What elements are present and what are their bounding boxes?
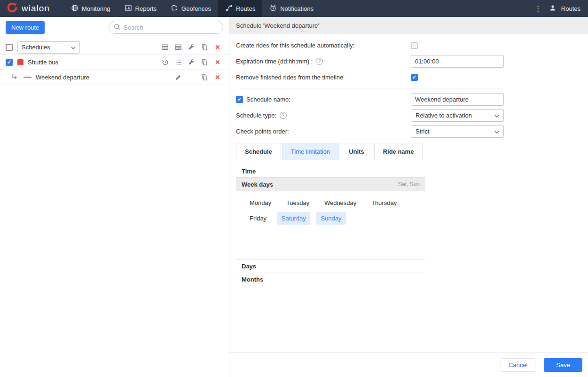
cancel-button[interactable]: Cancel (501, 358, 535, 372)
top-navigation-bar: wialon Monitoring Reports Geofences Rout… (0, 0, 588, 17)
schedule-tabs: Schedule Time limitation Units Ride name (236, 143, 588, 160)
time-section-header: Time (236, 165, 425, 178)
tab-units[interactable]: Units (340, 143, 373, 160)
remove-finished-row: Remove finished rides from the timeline … (236, 69, 504, 85)
week-days-grid: Monday Tuesday Wednesday Thursday Friday… (236, 191, 425, 259)
week-days-row[interactable]: Week days Sat, Sun (236, 178, 425, 191)
table-view-icon[interactable] (172, 44, 185, 51)
delete-icon[interactable]: ✕ (211, 59, 224, 66)
schedules-header-row: ✓ Schedules (0, 40, 229, 55)
user-account-icon[interactable] (549, 4, 557, 13)
day-button-tuesday[interactable]: Tuesday (282, 196, 314, 209)
route-actions: ✕ (158, 59, 224, 66)
schedule-name-label: Schedule name: (246, 96, 290, 103)
save-button[interactable]: Save (544, 358, 582, 372)
schedule-row-weekend-departure: Weekend departure ✕ (0, 70, 229, 85)
schedule-color-swatch (24, 77, 31, 78)
nav-item-geofences[interactable]: Geofences (164, 0, 218, 17)
main-nav: Monitoring Reports Geofences Routes Noti… (64, 0, 321, 17)
tab-time-limitation[interactable]: Time limitation (282, 143, 339, 160)
remove-finished-label: Remove finished rides from the timeline (236, 74, 343, 81)
form-divider (236, 88, 504, 88)
wialon-logo-icon (7, 2, 18, 15)
day-button-sunday[interactable]: Sunday (316, 212, 345, 225)
chevron-down-icon (494, 112, 499, 119)
header-actions: ✕ (158, 44, 224, 51)
search-box (109, 21, 223, 34)
kebab-menu-icon[interactable]: ⋮ (532, 4, 544, 13)
empty-slot (185, 74, 198, 81)
rides-list-icon[interactable] (172, 59, 185, 66)
schedule-editor-panel: Schedule 'Weekend departure' Create ride… (229, 17, 588, 377)
view-mode-dropdown[interactable]: Schedules (17, 41, 80, 54)
help-icon[interactable]: ? (280, 112, 287, 119)
wrench-icon[interactable] (185, 59, 198, 66)
nav-item-reports[interactable]: Reports (118, 0, 164, 17)
day-button-friday[interactable]: Friday (245, 212, 271, 225)
nav-item-routes[interactable]: Routes (218, 0, 262, 17)
checkpoints-order-value: Strict (416, 128, 430, 135)
left-toolbar: New route (0, 17, 229, 38)
auto-create-checkbox[interactable]: ✓ (411, 42, 418, 49)
new-route-button[interactable]: New route (6, 21, 45, 34)
delete-icon[interactable]: ✕ (211, 44, 224, 51)
day-button-saturday[interactable]: Saturday (277, 212, 310, 225)
schedule-name-checkbox[interactable]: ✓ (236, 96, 243, 103)
edit-icon[interactable] (172, 74, 185, 81)
nav-label: Monitoring (82, 5, 110, 12)
remove-finished-checkbox[interactable]: ✓ (411, 74, 418, 81)
history-icon[interactable] (158, 59, 172, 66)
nav-item-notifications[interactable]: Notifications (262, 0, 321, 17)
panel-title: Schedule 'Weekend departure' (229, 17, 588, 34)
day-button-thursday[interactable]: Thursday (367, 196, 401, 209)
week-days-label: Week days (242, 181, 273, 188)
select-all-checkbox[interactable]: ✓ (6, 44, 13, 51)
search-icon (114, 24, 120, 31)
expiration-input[interactable] (411, 55, 504, 68)
topbar-right: ⋮ Routes (532, 0, 588, 17)
route-color-swatch (17, 59, 24, 65)
route-name[interactable]: Shuttle bus (28, 59, 58, 66)
checkpoints-order-row: Check points order: Strict (236, 123, 504, 139)
nav-label: Reports (135, 5, 157, 12)
nav-item-monitoring[interactable]: Monitoring (64, 0, 118, 17)
user-account-name[interactable]: Routes (561, 5, 580, 12)
nav-label: Notifications (280, 5, 314, 12)
monitoring-globe-icon (71, 4, 78, 13)
reports-chart-icon (125, 4, 132, 13)
schedule-name-input[interactable] (411, 93, 504, 106)
copy-icon[interactable] (198, 44, 211, 51)
schedule-type-value: Relative to activation (416, 112, 472, 119)
wrench-icon[interactable] (185, 44, 198, 51)
search-input[interactable] (124, 24, 218, 31)
chevron-down-icon (494, 128, 499, 135)
empty-slot (158, 74, 172, 81)
delete-icon[interactable]: ✕ (211, 74, 224, 81)
routes-list-panel: New route ✓ Schedules (0, 17, 229, 377)
tab-ride-name[interactable]: Ride name (374, 143, 423, 160)
checkpoints-order-select[interactable]: Strict (411, 125, 504, 138)
nav-label: Routes (236, 5, 255, 12)
months-section-row[interactable]: Months (236, 273, 425, 286)
tab-schedule[interactable]: Schedule (236, 143, 281, 160)
child-connector-icon (9, 74, 20, 81)
wialon-logo[interactable]: wialon (0, 0, 64, 17)
copy-icon[interactable] (198, 59, 211, 66)
auto-create-row: Create rides for this schedule automatic… (236, 37, 504, 53)
auto-create-label: Create rides for this schedule automatic… (236, 42, 354, 49)
route-row-shuttle-bus: ✓ Shuttle bus ✕ (0, 55, 229, 70)
expiration-row: Expiration time (dd:hh:mm) : ? (236, 53, 504, 69)
day-button-wednesday[interactable]: Wednesday (320, 196, 361, 209)
brand-name: wialon (22, 3, 50, 14)
timetable-icon[interactable] (158, 44, 172, 51)
schedule-form: Create rides for this schedule automatic… (229, 34, 588, 353)
schedule-name[interactable]: Weekend departure (36, 74, 89, 81)
copy-icon[interactable] (198, 74, 211, 81)
notifications-alarm-icon (269, 4, 277, 13)
day-button-monday[interactable]: Monday (245, 196, 275, 209)
schedule-type-select[interactable]: Relative to activation (411, 109, 504, 122)
help-icon[interactable]: ? (316, 58, 323, 65)
route-checkbox[interactable]: ✓ (6, 59, 13, 66)
routes-waypoints-icon (225, 4, 233, 13)
days-section-row[interactable]: Days (236, 259, 425, 273)
